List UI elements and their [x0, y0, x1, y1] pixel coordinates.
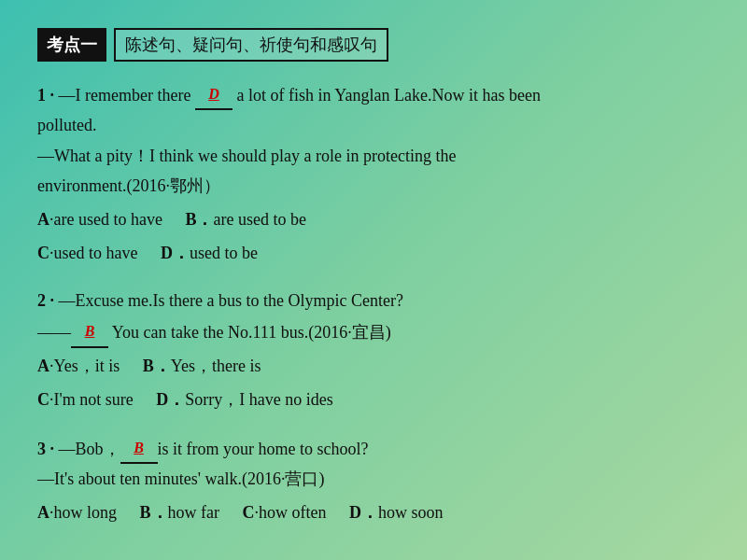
q2-opt-d: D．Sorry，I have no ides [156, 390, 332, 409]
q1-options-2: C·used to have D．used to be [37, 237, 710, 269]
q2-options: A·Yes，it is B．Yes，there is [37, 350, 710, 382]
q1-opt-c: C·used to have [37, 244, 137, 262]
q1-dot: · [50, 86, 55, 105]
section-title: 考点一 陈述句、疑问句、祈使句和感叹句 [37, 28, 388, 62]
q2-options-2: C·I'm not sure D．Sorry，I have no ides [37, 384, 710, 415]
q1-opt-a: A·are used to have [37, 210, 162, 229]
q2-answer: B [85, 323, 95, 339]
q3-num: 3 [37, 440, 46, 458]
question-2: 2 · —Excuse me.Is there a bus to the Oly… [37, 286, 710, 415]
q2-line1: 2 · —Excuse me.Is there a bus to the Oly… [37, 286, 710, 315]
q1-line1: 1 · —I remember there D a lot of fish in… [37, 78, 710, 110]
title-label: 考点一 [37, 28, 106, 62]
q1-blank: D [195, 78, 233, 110]
q1-options: A·are used to have B．are used to be [37, 203, 710, 235]
q2-num: 2 [37, 291, 46, 310]
q2-opt-a: A·Yes，it is [37, 357, 120, 375]
q1-line2: polluted. [37, 110, 710, 140]
title-text: 陈述句、疑问句、祈使句和感叹句 [114, 28, 388, 62]
q2-opt-c: C·I'm not sure [37, 390, 134, 409]
q1-opt-d: D．used to be [161, 244, 258, 262]
question-1: 1 · —I remember there D a lot of fish in… [37, 78, 710, 269]
q2-line2: ——B You can take the No.111 bus.(2016·宜昌… [37, 315, 710, 347]
q1-line4: environment.(2016·鄂州） [37, 171, 710, 201]
q3-opt-d: D．how soon [349, 503, 444, 522]
q1-num: 1 [37, 86, 46, 105]
q3-opt-a: A·how long [37, 503, 117, 522]
q3-blank: B [120, 432, 158, 464]
q2-opt-b: B．Yes，there is [143, 357, 261, 375]
q3-dot: · [50, 440, 55, 458]
q3-line1: 3 · —Bob，Bis it from your home to school… [37, 432, 710, 464]
q2-dot: · [50, 291, 55, 310]
q3-line2: —It's about ten minutes' walk.(2016·营口) [37, 464, 710, 494]
q1-opt-b: B．are used to be [185, 210, 305, 229]
main-container: 考点一 陈述句、疑问句、祈使句和感叹句 1 · —I remember ther… [0, 0, 747, 560]
q3-answer: B [134, 440, 144, 455]
q1-line3: —What a pity！I think we should play a ro… [37, 141, 710, 171]
q3-options: A·how long B．how far C·how often D．how s… [37, 497, 710, 528]
question-3: 3 · —Bob，Bis it from your home to school… [37, 432, 710, 528]
q1-answer: D [208, 86, 219, 102]
q3-opt-b: B．how far [140, 503, 220, 522]
q2-blank: B [71, 315, 108, 347]
q3-opt-c: C·how often [243, 503, 327, 522]
